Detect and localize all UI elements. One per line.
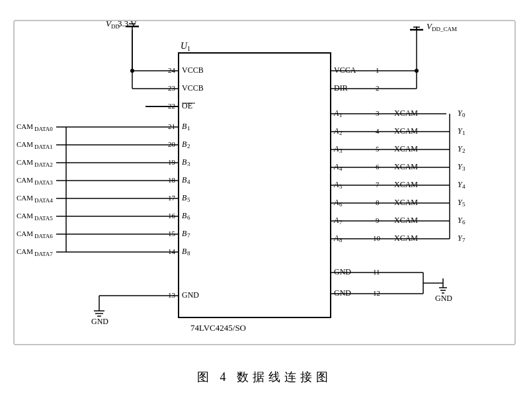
svg-text:B: B [182,140,187,149]
main-container: U 1 74LVC4245/SO 24 VCCB 23 VCCB 22 OE 2… [0,0,529,420]
svg-text:1: 1 [376,66,380,74]
svg-text:DATA5: DATA5 [34,215,53,222]
svg-text:CAM: CAM [17,212,33,220]
svg-text:GND: GND [334,267,351,276]
svg-text:3: 3 [339,147,343,154]
svg-text:A: A [333,198,339,207]
svg-text:A: A [333,144,339,153]
svg-text:GND: GND [435,294,452,303]
svg-text:3: 3 [187,161,190,167]
svg-text:7: 7 [462,237,466,243]
svg-text:DATA7: DATA7 [34,251,53,257]
svg-text:CAM: CAM [17,194,33,202]
svg-text:B: B [182,175,187,185]
svg-text:23: 23 [168,84,176,92]
svg-text:0: 0 [462,112,466,118]
svg-text:20: 20 [168,140,176,148]
svg-text:2: 2 [187,143,190,149]
svg-text:DATA2: DATA2 [34,161,53,168]
svg-text:13: 13 [168,291,176,299]
svg-text:CAM: CAM [17,158,33,166]
svg-text:DATA4: DATA4 [34,197,53,204]
svg-text:A: A [333,180,339,189]
svg-text:17: 17 [168,194,176,202]
svg-point-150 [130,69,134,73]
svg-text:A: A [333,108,339,118]
svg-text:8: 8 [187,250,190,257]
svg-text:GND: GND [182,290,199,300]
svg-text:B: B [182,247,187,256]
svg-text:2: 2 [462,147,466,154]
svg-text:VCCA: VCCA [334,65,356,75]
svg-text:XCAM: XCAM [394,162,418,171]
svg-text:7: 7 [376,181,380,189]
svg-text:5: 5 [462,201,466,208]
svg-text:10: 10 [373,234,381,242]
svg-text:DATA1: DATA1 [34,144,53,150]
svg-text:DATA0: DATA0 [34,126,53,132]
svg-text:2: 2 [339,130,343,136]
svg-text:11: 11 [373,268,380,276]
svg-text:1: 1 [339,112,343,118]
svg-text:VCCB: VCCB [182,83,204,93]
svg-text:5: 5 [339,183,343,190]
svg-text:XCAM: XCAM [394,108,418,118]
svg-rect-0 [179,53,331,317]
svg-text:GND: GND [91,317,108,326]
svg-text:VCCB: VCCB [182,65,204,75]
svg-text:8: 8 [339,237,343,243]
svg-text:6: 6 [462,219,466,226]
svg-text:5: 5 [187,196,190,203]
svg-text:DATA3: DATA3 [34,179,53,186]
svg-text:2: 2 [376,84,380,92]
svg-text:9: 9 [376,216,380,224]
svg-text:OE: OE [182,101,192,110]
svg-text:A: A [333,216,339,225]
svg-text:15: 15 [168,230,176,237]
svg-text:CAM: CAM [17,140,33,148]
svg-text:14: 14 [168,247,176,255]
svg-text:A: A [333,233,339,243]
svg-text:5: 5 [376,145,380,153]
svg-text:24: 24 [168,66,176,74]
svg-text:4: 4 [187,179,190,185]
svg-text:B: B [182,229,187,238]
svg-text:DIR: DIR [334,83,348,93]
svg-text:1: 1 [462,130,466,136]
svg-text:7: 7 [187,232,190,239]
svg-text:A: A [333,126,339,136]
svg-text:B: B [182,157,187,167]
svg-text:4: 4 [462,183,466,190]
svg-text:3: 3 [376,109,380,117]
svg-text:GND: GND [334,288,351,298]
svg-text:7: 7 [339,219,343,226]
svg-text:16: 16 [168,212,176,220]
svg-text:74LVC4245/SO: 74LVC4245/SO [190,323,246,333]
svg-text:6: 6 [187,214,190,221]
svg-text:DD_CAM: DD_CAM [432,26,457,32]
diagram-area: U 1 74LVC4245/SO 24 VCCB 23 VCCB 22 OE 2… [13,20,516,364]
svg-text:B: B [182,211,187,220]
figure-caption: 图 4 数据线连接图 [197,369,332,385]
svg-text:21: 21 [168,122,175,130]
svg-text:4: 4 [339,165,343,172]
svg-text:DATA6: DATA6 [34,233,53,239]
svg-text:19: 19 [168,158,176,166]
svg-text:XCAM: XCAM [394,180,418,189]
svg-text:3: 3 [462,165,466,172]
svg-text:XCAM: XCAM [394,144,418,153]
svg-text:XCAM: XCAM [394,198,418,207]
svg-text:6: 6 [339,201,343,208]
svg-text:B: B [182,193,187,202]
svg-text:1: 1 [187,125,190,132]
svg-text:8: 8 [376,198,380,206]
svg-text:CAM: CAM [17,230,33,237]
svg-text:3.3 V: 3.3 V [118,20,137,28]
svg-text:CAM: CAM [17,122,33,130]
svg-text:12: 12 [373,289,380,297]
svg-text:CAM: CAM [17,247,33,255]
svg-text:XCAM: XCAM [394,126,418,136]
svg-text:CAM: CAM [17,176,33,184]
svg-text:4: 4 [376,127,380,135]
svg-text:XCAM: XCAM [394,216,418,225]
